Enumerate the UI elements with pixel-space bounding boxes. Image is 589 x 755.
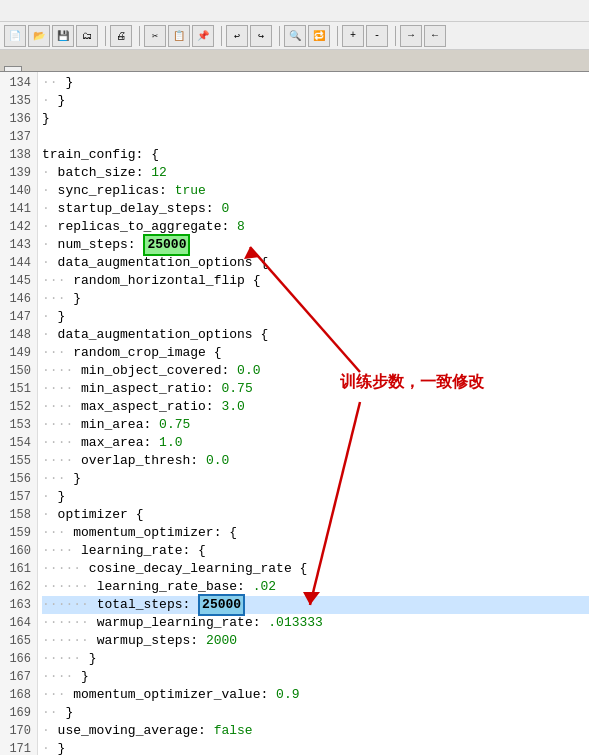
outdent-button[interactable]: ← (424, 25, 446, 47)
line-num-168: 168 (6, 686, 31, 704)
menubar (0, 0, 589, 22)
line-num-166: 166 (6, 650, 31, 668)
line-num-135: 135 (6, 92, 31, 110)
line-num-150: 150 (6, 362, 31, 380)
redo-button[interactable]: ↪ (250, 25, 272, 47)
line-num-148: 148 (6, 326, 31, 344)
tabbar (0, 50, 589, 72)
menu-view[interactable] (46, 9, 58, 13)
line-num-170: 170 (6, 722, 31, 740)
code-line-139[interactable]: · batch_size: 12 (42, 164, 589, 182)
code-line-151[interactable]: · · · · min_aspect_ratio: 0.75 (42, 380, 589, 398)
menu-settings[interactable] (88, 9, 100, 13)
menu-plugin[interactable] (74, 9, 86, 13)
zoom-out-button[interactable]: - (366, 25, 388, 47)
code-line-142[interactable]: · replicas_to_aggregate: 8 (42, 218, 589, 236)
menu-plugins2[interactable] (144, 9, 156, 13)
replace-button[interactable]: 🔁 (308, 25, 330, 47)
line-num-159: 159 (6, 524, 31, 542)
line-num-169: 169 (6, 704, 31, 722)
line-num-153: 153 (6, 416, 31, 434)
code-line-160[interactable]: · · · · learning_rate: { (42, 542, 589, 560)
print-button[interactable]: 🖨 (110, 25, 132, 47)
editor: 1341351361371381391401411421431441451461… (0, 72, 589, 755)
line-num-158: 158 (6, 506, 31, 524)
new-button[interactable]: 📄 (4, 25, 26, 47)
line-num-161: 161 (6, 560, 31, 578)
line-num-147: 147 (6, 308, 31, 326)
paste-button[interactable]: 📌 (192, 25, 214, 47)
line-num-138: 138 (6, 146, 31, 164)
code-line-157[interactable]: · } (42, 488, 589, 506)
undo-button[interactable]: ↩ (226, 25, 248, 47)
copy-button[interactable]: 📋 (168, 25, 190, 47)
code-line-164[interactable]: · · · · · · warmup_learning_rate: .01333… (42, 614, 589, 632)
code-line-156[interactable]: · · · } (42, 470, 589, 488)
line-num-144: 144 (6, 254, 31, 272)
code-line-158[interactable]: · optimizer { (42, 506, 589, 524)
find-button[interactable]: 🔍 (284, 25, 306, 47)
code-line-145[interactable]: · · · random_horizontal_flip { (42, 272, 589, 290)
toolbar-sep-3 (218, 26, 222, 46)
code-line-152[interactable]: · · · · max_aspect_ratio: 3.0 (42, 398, 589, 416)
line-num-134: 134 (6, 74, 31, 92)
code-line-154[interactable]: · · · · max_area: 1.0 (42, 434, 589, 452)
code-line-149[interactable]: · · · random_crop_image { (42, 344, 589, 362)
code-line-138[interactable]: train_config: { (42, 146, 589, 164)
code-line-148[interactable]: · data_augmentation_options { (42, 326, 589, 344)
toolbar-sep-5 (334, 26, 338, 46)
menu-macro[interactable] (116, 9, 128, 13)
code-line-150[interactable]: · · · · min_object_covered: 0.0 (42, 362, 589, 380)
line-num-152: 152 (6, 398, 31, 416)
code-line-155[interactable]: · · · · overlap_thresh: 0.0 (42, 452, 589, 470)
menu-encode[interactable] (60, 9, 72, 13)
line-num-160: 160 (6, 542, 31, 560)
menu-search[interactable] (32, 9, 44, 13)
code-line-146[interactable]: · · · } (42, 290, 589, 308)
zoom-in-button[interactable]: + (342, 25, 364, 47)
code-line-170[interactable]: · use_moving_average: false (42, 722, 589, 740)
code-line-137[interactable] (42, 128, 589, 146)
menu-file[interactable] (4, 9, 16, 13)
save-button[interactable]: 💾 (52, 25, 74, 47)
code-line-168[interactable]: · · · momentum_optimizer_value: 0.9 (42, 686, 589, 704)
line-num-156: 156 (6, 470, 31, 488)
code-line-165[interactable]: · · · · · · warmup_steps: 2000 (42, 632, 589, 650)
code-line-162[interactable]: · · · · · · learning_rate_base: .02 (42, 578, 589, 596)
code-line-171[interactable]: · } (42, 740, 589, 755)
code-line-167[interactable]: · · · · } (42, 668, 589, 686)
code-line-159[interactable]: · · · momentum_optimizer: { (42, 524, 589, 542)
line-num-140: 140 (6, 182, 31, 200)
num-steps-value: 25000 (143, 234, 190, 256)
code-line-141[interactable]: · startup_delay_steps: 0 (42, 200, 589, 218)
code-content[interactable]: · · } · }}train_config: { · batch_size: … (38, 72, 589, 755)
toolbar-sep-4 (276, 26, 280, 46)
line-num-141: 141 (6, 200, 31, 218)
open-button[interactable]: 📂 (28, 25, 50, 47)
menu-edit[interactable] (18, 9, 30, 13)
code-line-136[interactable]: } (42, 110, 589, 128)
cut-button[interactable]: ✂ (144, 25, 166, 47)
line-num-139: 139 (6, 164, 31, 182)
save-all-button[interactable]: 🗂 (76, 25, 98, 47)
code-line-135[interactable]: · } (42, 92, 589, 110)
code-line-153[interactable]: · · · · min_area: 0.75 (42, 416, 589, 434)
line-num-163: 163 (6, 596, 31, 614)
code-line-144[interactable]: · data_augmentation_options { (42, 254, 589, 272)
code-line-143[interactable]: · num_steps: 25000 (42, 236, 589, 254)
menu-run[interactable] (130, 9, 142, 13)
code-line-134[interactable]: · · } (42, 74, 589, 92)
line-num-154: 154 (6, 434, 31, 452)
menu-tools[interactable] (102, 9, 114, 13)
code-line-166[interactable]: · · · · · } (42, 650, 589, 668)
code-line-163[interactable]: · · · · · · total_steps: 25000 (42, 596, 589, 614)
code-line-169[interactable]: · · } (42, 704, 589, 722)
line-num-143: 143 (6, 236, 31, 254)
file-tab[interactable] (4, 66, 22, 71)
code-line-140[interactable]: · sync_replicas: true (42, 182, 589, 200)
code-line-161[interactable]: · · · · · cosine_decay_learning_rate { (42, 560, 589, 578)
indent-button[interactable]: → (400, 25, 422, 47)
total-steps-value: 25000 (198, 594, 245, 616)
line-num-151: 151 (6, 380, 31, 398)
code-line-147[interactable]: · } (42, 308, 589, 326)
